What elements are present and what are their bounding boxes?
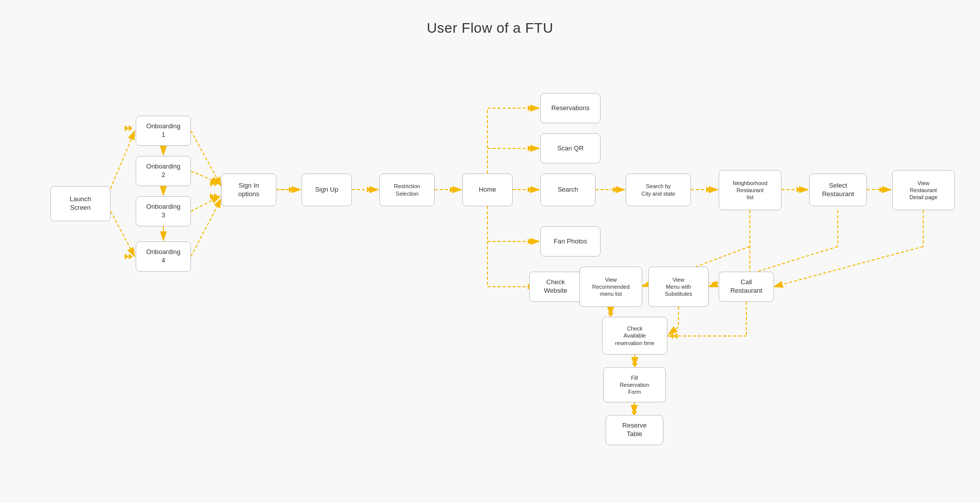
flow-box-reserve: Reserve Table: [606, 415, 663, 445]
flow-box-selectrest: Select Restaurant: [809, 174, 867, 206]
flow-box-home: Home: [462, 174, 513, 206]
flow-box-onb1: Onboarding 1: [136, 116, 191, 146]
svg-marker-72: [801, 187, 805, 193]
flow-box-onb4: Onboarding 4: [136, 241, 191, 272]
svg-marker-59: [528, 145, 532, 151]
flow-box-fillform: Fill Reservation Form: [603, 367, 666, 402]
flow-box-reservations: Reservations: [540, 93, 601, 123]
svg-line-38: [668, 327, 678, 334]
flow-box-checkavail: Check Available reservation time: [602, 317, 667, 355]
svg-marker-63: [528, 238, 532, 244]
svg-marker-50: [214, 193, 218, 199]
svg-marker-60: [532, 145, 536, 151]
flow-box-scanqr: Scan QR: [540, 133, 601, 163]
svg-marker-43: [125, 125, 129, 131]
flow-box-restrict: Restriction Selection: [379, 174, 435, 206]
svg-marker-83: [669, 333, 673, 339]
svg-marker-61: [528, 187, 532, 193]
svg-marker-74: [884, 187, 888, 193]
svg-marker-64: [532, 238, 536, 244]
svg-line-2: [111, 131, 135, 189]
svg-marker-49: [210, 193, 214, 199]
svg-marker-46: [129, 254, 133, 260]
svg-marker-45: [125, 254, 129, 260]
flow-box-launch: Launch Screen: [50, 186, 111, 221]
svg-line-35: [774, 246, 923, 287]
flow-box-viewmenu: View Recommended menu list: [579, 267, 642, 307]
svg-marker-44: [129, 125, 133, 131]
flow-box-neighborlist: Neighborhood Restaurant list: [719, 170, 781, 210]
flow-box-fanphotos: Fan Photos: [540, 226, 601, 257]
svg-marker-62: [532, 187, 536, 193]
flow-box-signup: Sign Up: [302, 174, 352, 206]
svg-marker-58: [532, 105, 536, 111]
svg-line-7: [191, 131, 221, 186]
svg-marker-73: [879, 187, 884, 193]
svg-marker-55: [450, 187, 454, 193]
flow-box-viewsub: View Menu with Substitutes: [648, 267, 709, 307]
flow-box-onb2: Onboarding 2: [136, 156, 191, 186]
svg-marker-53: [367, 187, 371, 193]
svg-marker-79: [632, 363, 638, 367]
svg-marker-84: [673, 333, 677, 339]
flow-box-search: Search: [540, 174, 596, 206]
svg-marker-48: [214, 181, 218, 187]
svg-line-8: [191, 199, 221, 257]
flow-box-signin: Sign In options: [221, 174, 276, 206]
svg-line-9: [191, 171, 220, 184]
flow-box-callrest: Call Restaurant: [719, 272, 774, 302]
flow-box-checkweb: Check Website: [529, 272, 582, 302]
svg-marker-54: [371, 187, 375, 193]
svg-marker-56: [454, 187, 458, 193]
page-title: User Flow of a FTU: [427, 20, 553, 36]
svg-marker-68: [617, 187, 621, 193]
flow-box-searchcity: Search by City and state: [626, 174, 691, 206]
svg-line-10: [191, 196, 220, 211]
svg-marker-57: [528, 105, 532, 111]
svg-marker-52: [293, 187, 297, 193]
svg-marker-70: [710, 187, 714, 193]
svg-marker-71: [797, 187, 801, 193]
svg-marker-51: [289, 187, 293, 193]
svg-marker-69: [706, 187, 710, 193]
svg-marker-67: [613, 187, 617, 193]
svg-marker-47: [210, 181, 214, 187]
flow-box-viewdetail: View Restaurant Detail page: [892, 170, 955, 210]
svg-line-3: [111, 211, 135, 257]
flowchart-canvas: User Flow of a FTU: [0, 0, 980, 503]
flow-box-onb3: Onboarding 3: [136, 196, 191, 226]
svg-marker-77: [608, 313, 614, 317]
